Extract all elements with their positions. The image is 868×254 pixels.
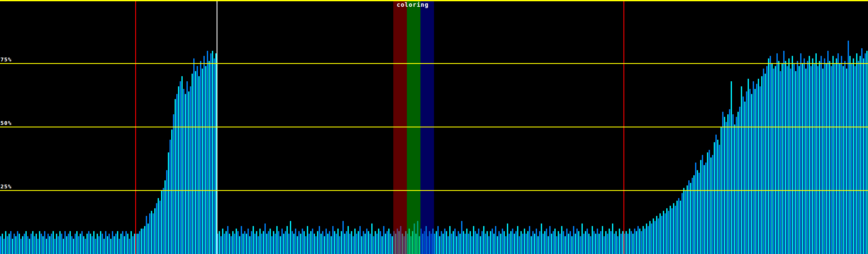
bar <box>687 185 688 254</box>
bar <box>27 236 28 254</box>
bar <box>631 231 632 254</box>
bar <box>800 53 801 254</box>
bar <box>724 117 725 254</box>
bar <box>120 234 122 254</box>
bar <box>520 231 522 254</box>
bar <box>349 234 351 254</box>
bar <box>105 231 106 254</box>
bar <box>593 231 595 254</box>
bar <box>731 81 732 254</box>
bar <box>225 231 227 254</box>
bar <box>804 58 805 254</box>
bar <box>210 53 211 254</box>
bar <box>251 231 252 254</box>
bar <box>639 229 640 254</box>
bar <box>348 226 349 254</box>
bar <box>717 140 718 254</box>
bar <box>34 236 35 254</box>
bar <box>371 224 373 254</box>
bar <box>651 224 652 254</box>
bar <box>768 58 769 254</box>
bar <box>273 231 274 254</box>
bar <box>285 231 286 254</box>
bar <box>278 231 279 254</box>
bar <box>656 216 657 254</box>
bar <box>507 224 508 254</box>
bar <box>609 229 610 254</box>
bar <box>793 64 795 254</box>
bar <box>149 213 150 254</box>
bar <box>473 226 474 254</box>
bar <box>602 226 603 254</box>
bar <box>253 226 254 254</box>
bar <box>275 234 276 254</box>
bar <box>854 66 856 254</box>
bar <box>248 229 249 254</box>
bar <box>312 229 313 254</box>
bar <box>659 213 661 254</box>
bar <box>29 239 30 254</box>
bar <box>678 198 679 254</box>
bar <box>129 239 130 254</box>
bar <box>5 231 6 254</box>
bar <box>295 229 296 254</box>
bar <box>276 226 278 254</box>
bar <box>698 173 700 254</box>
bar <box>544 231 545 254</box>
bar <box>702 155 703 254</box>
bar <box>209 61 210 254</box>
bar <box>587 229 588 254</box>
bar <box>178 86 179 254</box>
bar <box>119 239 120 254</box>
bar <box>95 239 96 254</box>
bar <box>132 236 134 254</box>
bar <box>7 236 8 254</box>
bar <box>115 234 117 254</box>
bar <box>378 229 379 254</box>
bar <box>363 231 364 254</box>
bar <box>782 64 783 254</box>
bar <box>665 213 666 254</box>
bar <box>103 239 105 254</box>
bar <box>537 236 539 254</box>
bar <box>359 226 361 254</box>
bar <box>709 150 710 254</box>
bar <box>627 234 629 254</box>
bar <box>327 234 328 254</box>
bar <box>375 231 376 254</box>
bar <box>517 226 518 254</box>
bar <box>153 213 154 254</box>
bar <box>741 86 742 254</box>
bar <box>475 231 476 254</box>
bar <box>214 58 215 254</box>
bar <box>614 234 615 254</box>
bar <box>446 231 447 254</box>
bar <box>239 236 240 254</box>
bar <box>53 231 54 254</box>
bar <box>237 231 239 254</box>
y-label-75: 75% <box>0 57 11 63</box>
bar <box>509 234 510 254</box>
bar <box>259 229 261 254</box>
bar <box>202 69 203 254</box>
bar <box>451 234 452 254</box>
bar <box>760 86 761 254</box>
bar <box>288 234 289 254</box>
y-label-50: 50% <box>0 120 11 126</box>
bar <box>809 56 810 254</box>
bar <box>470 231 471 254</box>
bar <box>573 226 574 254</box>
bar <box>205 66 206 254</box>
bar <box>254 234 256 254</box>
bar <box>354 229 356 254</box>
bar <box>607 234 608 254</box>
bar <box>185 94 186 254</box>
bar <box>388 229 389 254</box>
white-marker-line <box>217 1 217 254</box>
bar <box>620 234 622 254</box>
bar <box>309 234 310 254</box>
bar <box>258 236 259 254</box>
bar <box>390 234 391 254</box>
bar <box>851 64 852 254</box>
bar <box>583 234 584 254</box>
